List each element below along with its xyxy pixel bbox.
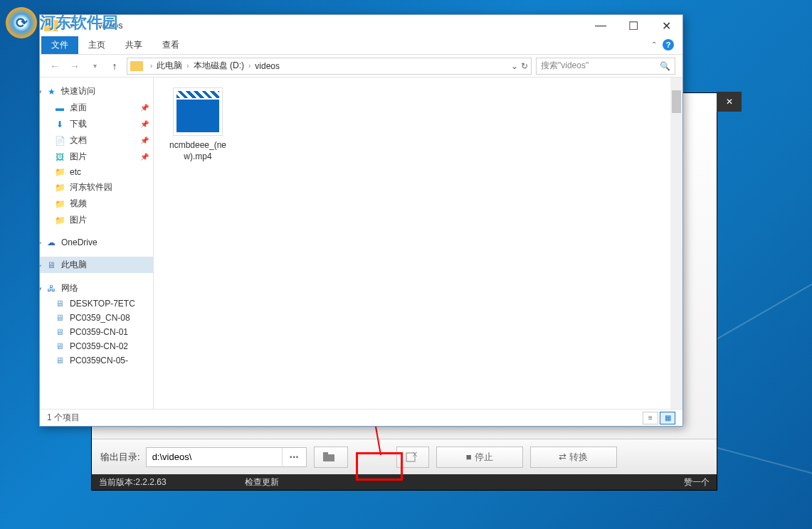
- desktop-icon: ▬: [54, 103, 65, 113]
- stop-icon: ■: [466, 451, 472, 462]
- search-box[interactable]: 搜索"videos" 🔍: [536, 58, 675, 75]
- pin-icon: 📌: [140, 153, 149, 161]
- nav-forward-button[interactable]: →: [67, 58, 83, 74]
- crumb-sep: ›: [246, 62, 253, 70]
- convert-button[interactable]: ⇄ 转换: [530, 447, 617, 468]
- address-bar[interactable]: › 此电脑 › 本地磁盘 (D:) › videos ⌄ ↻: [127, 58, 532, 75]
- pin-icon: 📌: [140, 120, 149, 128]
- close-button[interactable]: ✕: [650, 15, 682, 36]
- sidebar-this-pc[interactable]: ▸🖥此电脑: [40, 257, 153, 273]
- pin-icon: 📌: [140, 137, 149, 144]
- address-folder-icon: [130, 61, 143, 71]
- open-folder-button[interactable]: [314, 447, 348, 468]
- folder-icon: 📁: [54, 199, 65, 209]
- sidebar-network[interactable]: ▾🖧网络: [40, 280, 153, 296]
- tab-view[interactable]: 查看: [152, 36, 189, 54]
- crumb-sep: ›: [147, 62, 155, 70]
- item-count: 1 个项目: [47, 412, 80, 424]
- svg-rect-2: [406, 453, 415, 461]
- search-icon: 🔍: [660, 61, 670, 71]
- pc-icon: 🖥: [46, 260, 57, 270]
- scrollbar[interactable]: [670, 78, 682, 409]
- sidebar-netpc-3[interactable]: 🖥PC0359-CN-02: [40, 339, 153, 353]
- sidebar-item-downloads[interactable]: ⬇下载📌: [40, 116, 153, 132]
- nav-back-button[interactable]: ←: [47, 58, 63, 74]
- sidebar-item-pictures2[interactable]: 📁图片: [40, 212, 153, 228]
- crumb-drive[interactable]: 本地磁盘 (D:): [192, 60, 246, 72]
- video-file-icon: [173, 87, 223, 136]
- monitor-icon: 🖥: [54, 313, 65, 323]
- sidebar-item-hedong[interactable]: 📁河东软件园: [40, 179, 153, 196]
- sidebar-netpc-1[interactable]: 🖥PC0359_CN-08: [40, 311, 153, 325]
- refresh-icon[interactable]: ↻: [521, 61, 528, 71]
- view-details-button[interactable]: ≡: [643, 412, 658, 424]
- stop-label: 停止: [475, 451, 493, 464]
- convert-label: 转换: [569, 451, 588, 464]
- monitor-icon: 🖥: [54, 356, 65, 365]
- watermark: ⟳ 河东软件园: [6, 7, 118, 38]
- monitor-icon: 🖥: [54, 299, 65, 309]
- sidebar-item-desktop[interactable]: ▬桌面📌: [40, 100, 153, 116]
- address-dropdown-icon[interactable]: ⌄: [511, 61, 518, 71]
- nav-up-button[interactable]: ↑: [107, 58, 122, 74]
- minimize-button[interactable]: —: [584, 15, 617, 36]
- search-placeholder: 搜索"videos": [541, 60, 589, 72]
- status-bar: 1 个项目 ≡ ▦: [40, 409, 682, 426]
- sidebar-netpc-2[interactable]: 🖥PC0359-CN-01: [40, 325, 153, 339]
- cloud-icon: ☁: [46, 237, 57, 247]
- crumb-folder[interactable]: videos: [253, 61, 281, 71]
- chevron-right-icon: ▸: [40, 239, 42, 246]
- app-version: 当前版本:2.2.2.63: [99, 476, 167, 488]
- pin-icon: 📌: [140, 104, 149, 112]
- monitor-icon: 🖥: [54, 327, 65, 337]
- maximize-button[interactable]: ☐: [617, 15, 650, 36]
- app-bottom-bar: 输出目录: ··· ■ 停止 ⇄ 转换: [92, 439, 717, 474]
- sidebar-onedrive[interactable]: ▸☁OneDrive: [40, 235, 153, 250]
- stop-button[interactable]: ■ 停止: [436, 447, 523, 468]
- output-dir-field-group: ···: [146, 447, 307, 467]
- navigation-pane: ▾ ★ 快速访问 ▬桌面📌 ⬇下载📌 📄文档📌 🖼图片📌 📁etc 📁河东软件园…: [40, 78, 154, 409]
- sidebar-item-etc[interactable]: 📁etc: [40, 165, 153, 179]
- sidebar-item-video[interactable]: 📁视频: [40, 196, 153, 212]
- collapse-ribbon-icon[interactable]: ⌃: [651, 41, 657, 48]
- network-icon: 🖧: [46, 284, 57, 294]
- browse-button[interactable]: ···: [282, 448, 306, 466]
- tab-share[interactable]: 共享: [115, 36, 152, 54]
- output-dir-input[interactable]: [147, 448, 282, 466]
- file-name: ncmbdeee_(new).mp4: [164, 140, 232, 162]
- download-icon: ⬇: [54, 119, 65, 129]
- file-item[interactable]: ncmbdeee_(new).mp4: [164, 87, 232, 162]
- ribbon-tabs: 文件 主页 共享 查看 ⌃ ?: [40, 36, 682, 55]
- svg-rect-1: [323, 452, 328, 455]
- star-icon: ★: [46, 87, 57, 97]
- sidebar-item-documents[interactable]: 📄文档📌: [40, 132, 153, 149]
- chevron-down-icon: ▾: [40, 88, 42, 95]
- sidebar-quick-access[interactable]: ▾ ★ 快速访问: [40, 83, 153, 100]
- file-list-pane[interactable]: ncmbdeee_(new).mp4: [154, 78, 682, 409]
- clear-button[interactable]: [396, 447, 429, 468]
- view-icons-button[interactable]: ▦: [660, 412, 675, 424]
- pictures-icon: 🖼: [54, 152, 65, 162]
- sidebar-item-pictures[interactable]: 🖼图片📌: [40, 149, 153, 165]
- crumb-thispc[interactable]: 此电脑: [155, 60, 184, 72]
- output-dir-label: 输出目录:: [100, 451, 140, 464]
- check-update-link[interactable]: 检查更新: [245, 476, 279, 488]
- help-icon[interactable]: ?: [663, 39, 674, 50]
- document-icon: 📄: [54, 136, 65, 146]
- convert-icon: ⇄: [559, 451, 566, 462]
- tab-file[interactable]: 文件: [41, 36, 78, 54]
- navigation-bar: ← → ▾ ↑ › 此电脑 › 本地磁盘 (D:) › videos ⌄ ↻ 搜…: [40, 55, 682, 78]
- nav-recent-button[interactable]: ▾: [87, 58, 102, 74]
- svg-rect-0: [323, 454, 334, 461]
- app-close-button[interactable]: ✕: [717, 92, 742, 112]
- title-bar: ▫ ▾ │ videos — ☐ ✕: [40, 15, 682, 36]
- tab-home[interactable]: 主页: [78, 36, 115, 54]
- file-explorer-window: ▫ ▾ │ videos — ☐ ✕ 文件 主页 共享 查看 ⌃ ? ← → ▾…: [39, 14, 683, 427]
- chevron-right-icon: ▸: [40, 262, 42, 269]
- folder-icon: 📁: [54, 183, 65, 193]
- sidebar-netpc-0[interactable]: 🖥DESKTOP-7ETC: [40, 296, 153, 311]
- app-status-bar: 当前版本:2.2.2.63 检查更新 赞一个: [92, 474, 717, 490]
- crumb-sep: ›: [184, 62, 191, 70]
- like-link[interactable]: 赞一个: [684, 476, 710, 488]
- sidebar-netpc-4[interactable]: 🖥PC0359CN-05-: [40, 353, 153, 368]
